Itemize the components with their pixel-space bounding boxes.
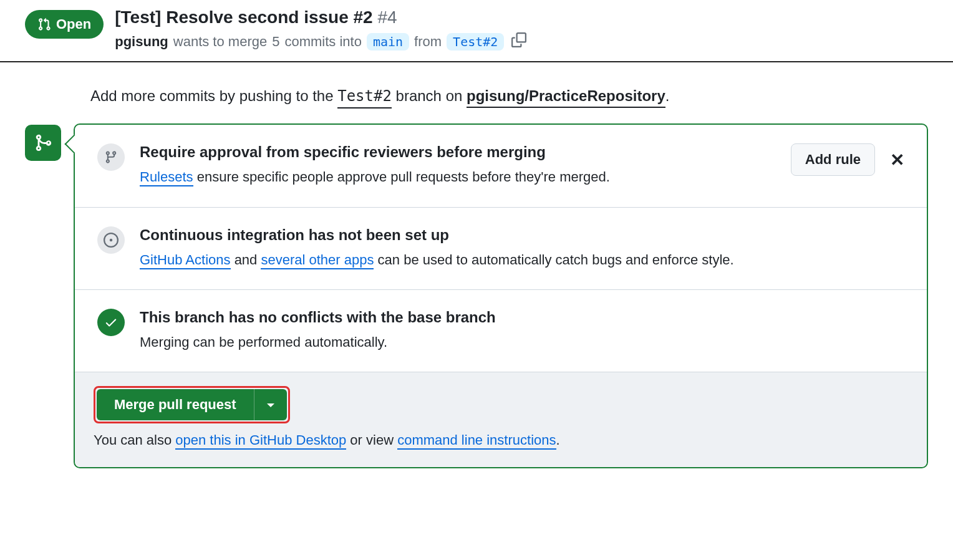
- merge-options-dropdown[interactable]: [254, 389, 287, 420]
- ci-body: Continuous integration has not been set …: [140, 226, 904, 271]
- push-hint-prefix: Add more commits by pushing to the: [90, 87, 334, 104]
- footer-suffix: .: [556, 432, 560, 448]
- conflicts-body: This branch has no conflicts with the ba…: [140, 309, 904, 353]
- meta-text-3: from: [414, 34, 442, 50]
- meta-text-2: commits into: [284, 34, 361, 50]
- conflicts-title: This branch has no conflicts with the ba…: [140, 309, 904, 326]
- ci-title: Continuous integration has not been set …: [140, 226, 904, 244]
- head-branch-chip[interactable]: Test#2: [447, 33, 504, 51]
- footer-before: You can also: [94, 432, 175, 448]
- close-icon[interactable]: ✕: [890, 150, 904, 170]
- github-actions-link[interactable]: GitHub Actions: [140, 252, 231, 269]
- pr-header: Open [Test] Resolve second issue #2 #4 p…: [0, 0, 953, 62]
- merge-pull-request-button[interactable]: Merge pull request: [97, 389, 254, 420]
- push-hint-middle: branch on: [396, 87, 463, 104]
- bot-icon: [97, 226, 125, 254]
- other-apps-link[interactable]: several other apps: [261, 252, 374, 269]
- push-hint-branch: Test#2: [337, 87, 392, 109]
- cli-instructions-link[interactable]: command line instructions: [397, 432, 556, 450]
- conflicts-section: This branch has no conflicts with the ba…: [75, 290, 927, 372]
- footer-text: You can also open this in GitHub Desktop…: [94, 432, 908, 448]
- push-hint-suffix: .: [665, 87, 670, 104]
- pr-title-text: [Test] Resolve second issue #2: [115, 7, 372, 27]
- merge-badge: [25, 125, 61, 161]
- merge-footer: Merge pull request You can also open thi…: [75, 372, 927, 467]
- state-label: Open: [56, 16, 91, 32]
- approval-actions: Add rule ✕: [791, 143, 904, 176]
- approval-title: Require approval from specific reviewers…: [140, 143, 776, 161]
- copy-icon[interactable]: [511, 32, 526, 51]
- push-hint-repo[interactable]: pgisung/PracticeRepository: [467, 87, 665, 108]
- branch-icon: [97, 143, 125, 171]
- ci-mid1: and: [231, 252, 261, 268]
- ci-rest: can be used to automatically catch bugs …: [374, 252, 733, 268]
- approval-desc: Rulesets ensure specific people approve …: [140, 166, 776, 188]
- footer-mid: or view: [346, 432, 397, 448]
- add-rule-button[interactable]: Add rule: [791, 143, 875, 176]
- merge-panel: Require approval from specific reviewers…: [74, 123, 928, 468]
- approval-body: Require approval from specific reviewers…: [140, 143, 776, 188]
- pr-number: #4: [377, 7, 397, 27]
- git-merge-icon: [34, 133, 52, 152]
- meta-text-1: wants to merge: [173, 34, 267, 50]
- merge-button-group: Merge pull request: [94, 386, 290, 423]
- rulesets-link[interactable]: Rulesets: [140, 169, 193, 186]
- check-icon: [97, 309, 125, 336]
- ci-section: Continuous integration has not been set …: [75, 208, 927, 290]
- ci-desc: GitHub Actions and several other apps ca…: [140, 249, 904, 271]
- author-link[interactable]: pgisung: [115, 34, 168, 50]
- meta-line: pgisung wants to merge 5 commits into ma…: [115, 32, 936, 51]
- base-branch-chip[interactable]: main: [367, 33, 409, 51]
- push-hint: Add more commits by pushing to the Test#…: [90, 87, 953, 105]
- title-block: [Test] Resolve second issue #2 #4 pgisun…: [115, 6, 936, 51]
- approval-desc-rest: ensure specific people approve pull requ…: [193, 169, 610, 185]
- pr-title: [Test] Resolve second issue #2 #4: [115, 6, 936, 29]
- conflicts-desc: Merging can be performed automatically.: [140, 331, 904, 353]
- github-desktop-link[interactable]: open this in GitHub Desktop: [175, 432, 346, 450]
- approval-section: Require approval from specific reviewers…: [75, 125, 927, 207]
- timeline: Require approval from specific reviewers…: [0, 123, 953, 500]
- git-pull-request-icon: [37, 17, 51, 31]
- commit-count: 5: [272, 34, 279, 50]
- state-badge: Open: [25, 10, 104, 39]
